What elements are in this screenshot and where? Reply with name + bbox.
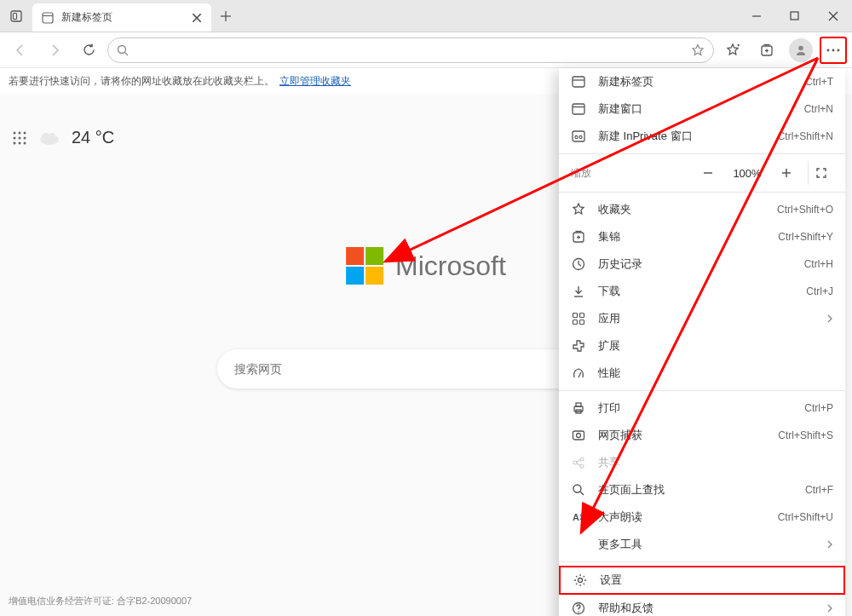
- menu-item-read-aloud[interactable]: A大声朗读Ctrl+Shift+U: [559, 504, 845, 531]
- browser-tab[interactable]: 新建标签页: [32, 3, 211, 32]
- svg-line-68: [580, 492, 584, 495]
- menu-item-new-inprivate[interactable]: 新建 InPrivate 窗口Ctrl+Shift+N: [559, 123, 845, 150]
- svg-rect-38: [573, 104, 584, 114]
- menu-item-favorites[interactable]: 收藏夹Ctrl+Shift+O: [559, 196, 845, 223]
- gear-icon: [573, 573, 588, 588]
- plus-icon: [780, 167, 792, 179]
- svg-rect-9: [791, 12, 798, 20]
- favorite-star-button[interactable]: [691, 43, 705, 57]
- profile-button[interactable]: [786, 37, 816, 64]
- menu-item-history[interactable]: 历史记录Ctrl+H: [559, 250, 845, 278]
- menu-separator: [559, 561, 845, 562]
- maximize-icon: [790, 11, 799, 20]
- fullscreen-icon: [815, 167, 827, 179]
- menu-shortcut: Ctrl+J: [806, 285, 833, 297]
- menu-item-help[interactable]: 帮助和反馈: [559, 595, 845, 616]
- maximize-button[interactable]: [775, 0, 814, 32]
- svg-rect-55: [580, 320, 584, 325]
- menu-item-share: 共享: [559, 449, 845, 476]
- menu-separator: [559, 390, 845, 391]
- menu-item-label: 共享: [598, 455, 833, 470]
- license-footer: 增值电信业务经营许可证: 合字B2-20090007: [9, 595, 192, 607]
- blank-icon: [571, 537, 586, 552]
- svg-point-25: [19, 131, 21, 134]
- inprivate-icon: [571, 129, 586, 144]
- refresh-button[interactable]: [73, 37, 104, 64]
- svg-rect-2: [43, 13, 53, 23]
- minimize-button[interactable]: [737, 0, 775, 32]
- menu-item-print[interactable]: 打印Ctrl+P: [559, 394, 845, 422]
- menu-separator: [559, 192, 845, 193]
- apps-grid-icon[interactable]: [12, 130, 27, 146]
- svg-line-13: [125, 52, 129, 55]
- weather-widget[interactable]: 24 °C: [12, 128, 114, 147]
- svg-point-23: [838, 49, 840, 51]
- menu-item-downloads[interactable]: 下载Ctrl+J: [559, 278, 845, 305]
- tab-close-button[interactable]: [191, 12, 203, 24]
- read-icon: A: [571, 509, 586, 525]
- svg-rect-58: [576, 403, 581, 406]
- menu-item-performance[interactable]: 性能: [559, 360, 845, 387]
- tab-actions-button[interactable]: [0, 0, 32, 32]
- minimize-icon: [751, 11, 762, 21]
- menu-item-find[interactable]: 在页面上查找Ctrl+F: [559, 476, 845, 504]
- menu-shortcut: Ctrl+T: [805, 76, 833, 88]
- menu-item-capture[interactable]: 网页捕获Ctrl+Shift+S: [559, 422, 845, 449]
- menu-shortcut: Ctrl+Shift+Y: [778, 231, 833, 243]
- close-window-button[interactable]: [814, 0, 852, 32]
- svg-point-31: [19, 141, 21, 144]
- history-icon: [571, 256, 586, 272]
- menu-shortcut: Ctrl+P: [804, 402, 833, 414]
- toolbar: [0, 32, 852, 68]
- menu-item-label: 扩展: [598, 338, 833, 354]
- fullscreen-button[interactable]: [808, 161, 833, 185]
- microsoft-logo-area: Microsoft: [346, 247, 506, 285]
- window-icon: [571, 101, 586, 117]
- chevron-right-icon: [826, 603, 833, 613]
- menu-shortcut: Ctrl+F: [805, 484, 833, 496]
- svg-point-29: [24, 136, 26, 139]
- svg-point-42: [579, 135, 582, 138]
- manage-favorites-link[interactable]: 立即管理收藏夹: [279, 74, 351, 89]
- microsoft-logo-icon: [346, 247, 383, 285]
- plus-icon: [220, 10, 232, 22]
- menu-separator: [559, 153, 845, 154]
- menu-item-new-tab[interactable]: 新建标签页Ctrl+T: [559, 68, 845, 95]
- zoom-out-button[interactable]: [695, 161, 721, 185]
- menu-item-label: 收藏夹: [598, 202, 765, 217]
- svg-rect-60: [573, 431, 584, 440]
- menu-shortcut: Ctrl+N: [804, 103, 833, 115]
- address-input[interactable]: [135, 43, 684, 56]
- menu-item-new-window[interactable]: 新建窗口Ctrl+N: [559, 95, 845, 123]
- svg-point-27: [14, 136, 16, 139]
- svg-rect-36: [573, 77, 584, 87]
- svg-line-65: [577, 460, 581, 462]
- svg-point-70: [579, 579, 583, 583]
- menu-item-settings[interactable]: 设置: [559, 566, 845, 595]
- menu-shortcut: Ctrl+H: [804, 258, 833, 270]
- svg-rect-1: [14, 13, 17, 19]
- zoom-value: 100%: [729, 167, 765, 180]
- more-menu-button[interactable]: [820, 37, 847, 64]
- svg-point-72: [578, 611, 579, 613]
- collections-icon: [759, 43, 774, 58]
- menu-item-apps[interactable]: 应用: [559, 305, 845, 332]
- menu-item-more-tools[interactable]: 更多工具: [559, 531, 845, 558]
- zoom-in-button[interactable]: [774, 161, 799, 185]
- minus-icon: [702, 167, 714, 179]
- menu-item-collections[interactable]: 集锦Ctrl+Shift+Y: [559, 223, 845, 250]
- collections-button[interactable]: [751, 37, 782, 64]
- menu-item-label: 历史记录: [598, 256, 792, 272]
- tab-icon: [571, 74, 586, 89]
- zoom-label: 缩放: [571, 166, 687, 181]
- menu-shortcut: Ctrl+Shift+S: [778, 429, 833, 441]
- favorites-button[interactable]: [717, 37, 748, 64]
- collections-icon: [571, 229, 586, 245]
- new-tab-button[interactable]: [211, 0, 240, 32]
- star-plus-icon: [725, 43, 740, 58]
- svg-rect-54: [573, 320, 578, 325]
- svg-point-12: [118, 45, 126, 53]
- menu-item-extensions[interactable]: 扩展: [559, 332, 845, 360]
- back-button: [5, 37, 36, 64]
- address-bar[interactable]: [107, 37, 714, 63]
